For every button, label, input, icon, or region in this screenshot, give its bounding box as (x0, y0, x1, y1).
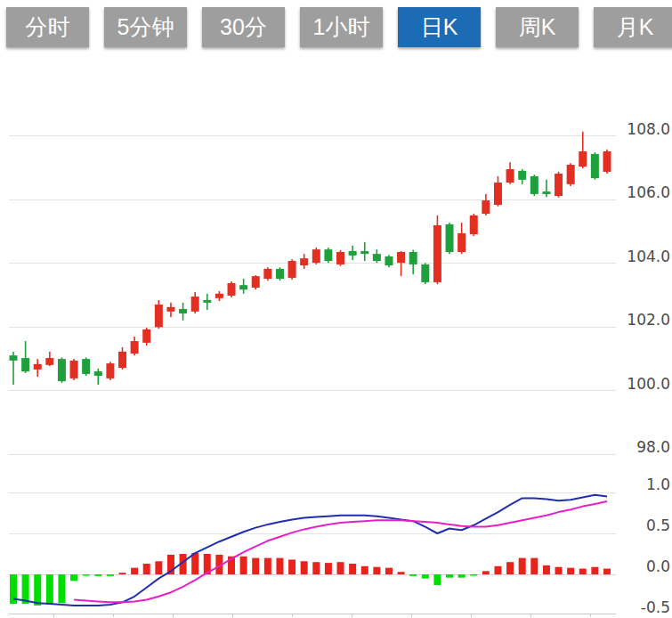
macd-bar-positive (131, 568, 138, 574)
candle-up (45, 358, 53, 365)
candle-down (385, 256, 393, 265)
candle-up (482, 200, 490, 214)
candle-up (131, 341, 139, 354)
price-axis-label: 108.0 (627, 120, 670, 138)
candle-down (82, 359, 90, 374)
candle-up (494, 183, 502, 205)
candle-up (118, 352, 126, 368)
macd-axis-label: -0.5 (641, 598, 670, 616)
candle-up (470, 215, 478, 234)
macd-bar-positive (482, 571, 490, 574)
macd-bar-positive (155, 561, 162, 574)
price-axis-label: 102.0 (627, 311, 670, 329)
candle-up (191, 297, 199, 312)
macd-axis-label: 0.5 (646, 516, 670, 534)
macd-bar-positive (337, 562, 344, 574)
candle-down (203, 300, 211, 303)
candle-up (252, 276, 260, 288)
candle-down (530, 176, 538, 194)
candle-up (70, 361, 78, 378)
macd-bar-positive (385, 568, 393, 574)
candle-up (433, 225, 441, 282)
candle-up (228, 283, 236, 296)
macd-bar-negative (107, 574, 114, 576)
candle-up (603, 151, 611, 172)
candle-up (155, 305, 163, 327)
candle-up (288, 261, 296, 278)
macd-bar-positive (373, 567, 380, 574)
candle-down (94, 371, 102, 376)
candle-down (239, 285, 247, 289)
candle-up (142, 329, 150, 343)
dif-line (13, 495, 607, 606)
macd-bar-positive (288, 559, 296, 574)
candle-up (336, 252, 344, 264)
macd-bar-positive (579, 569, 587, 574)
macd-bar-negative (46, 574, 53, 605)
macd-bar-positive (398, 572, 405, 574)
candles-layer (10, 132, 611, 385)
macd-bar-positive (301, 561, 308, 574)
candle-down (349, 251, 357, 256)
macd-bar-negative (70, 574, 77, 581)
candle-up (506, 169, 514, 183)
macd-bar-positive (264, 558, 271, 574)
candle-up (567, 165, 575, 184)
macd-bar-negative (422, 574, 429, 579)
candle-down (324, 249, 332, 261)
macd-bar-positive (530, 558, 538, 574)
candle-down (21, 358, 29, 371)
candle-down (360, 251, 368, 254)
dea-line (74, 501, 607, 602)
macd-bar-positive (591, 567, 598, 574)
price-axis-label: 98.0 (636, 438, 670, 456)
chart-canvas[interactable]: 108.0106.0104.0102.0100.098.01.00.50.0-0… (0, 0, 672, 618)
macd-bar-positive (519, 558, 526, 574)
candle-down (446, 224, 454, 252)
axis-labels-layer: 108.0106.0104.0102.0100.098.01.00.50.0-0… (627, 120, 670, 617)
macd-bar-positive (543, 565, 550, 574)
macd-histogram-layer (10, 553, 611, 606)
candle-up (263, 269, 271, 279)
macd-bar-positive (276, 558, 283, 574)
candle-down (276, 269, 284, 279)
candle-up (579, 151, 587, 167)
candle-up (397, 252, 405, 263)
x-axis-layer (9, 614, 616, 617)
macd-bar-negative (409, 574, 417, 576)
candle-up (34, 364, 42, 370)
macd-bar-positive (240, 557, 247, 574)
candle-up (215, 294, 223, 298)
macd-bar-positive (506, 562, 514, 574)
macd-bar-negative (458, 574, 466, 578)
candle-down (542, 191, 550, 194)
macd-bar-positive (325, 563, 332, 574)
candle-up (555, 174, 563, 196)
macd-bar-positive (143, 564, 150, 574)
macd-bar-positive (119, 573, 126, 574)
candle-up (106, 363, 114, 378)
macd-bar-negative (94, 574, 101, 576)
price-axis-label: 104.0 (627, 248, 670, 265)
macd-bar-positive (349, 564, 356, 574)
macd-bar-positive (191, 553, 198, 574)
macd-axis-label: 1.0 (646, 476, 670, 493)
macd-axis-label: 0.0 (646, 557, 670, 575)
candle-up (457, 233, 466, 252)
candle-down (409, 252, 417, 264)
price-axis-label: 106.0 (627, 183, 670, 201)
candle-down (179, 309, 187, 313)
candle-down (518, 171, 526, 180)
macd-bar-negative (446, 574, 453, 578)
gridlines-layer (9, 136, 616, 534)
candle-down (58, 359, 66, 381)
candle-down (421, 264, 429, 282)
candle-down (591, 154, 599, 178)
macd-bar-positive (603, 569, 611, 574)
macd-bar-negative (34, 574, 41, 606)
macd-bar-positive (567, 568, 574, 574)
candle-down (10, 355, 18, 361)
macd-bar-negative (83, 574, 90, 576)
candle-up (312, 249, 320, 263)
candle-up (166, 307, 174, 312)
